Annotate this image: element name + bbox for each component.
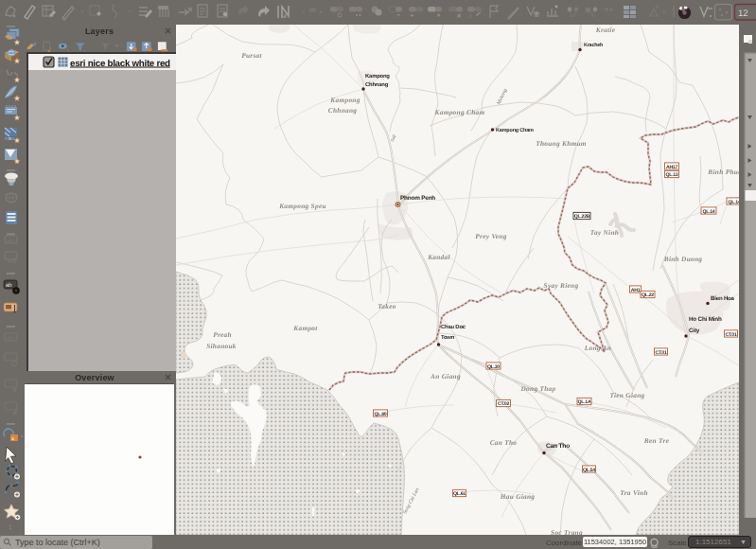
svg-text:a: a bbox=[11, 436, 14, 442]
svg-text:Can Tho: Can Tho bbox=[546, 443, 570, 450]
svg-text:Kracheh: Kracheh bbox=[584, 43, 603, 48]
svg-text:Kampong Cham: Kampong Cham bbox=[496, 128, 534, 133]
svg-text:Chau Doc: Chau Doc bbox=[441, 324, 466, 330]
svg-text:abc: abc bbox=[7, 239, 15, 244]
svg-text:Bien Hoa: Bien Hoa bbox=[711, 295, 735, 302]
svg-text:Preah: Preah bbox=[213, 330, 232, 339]
svg-text:Soc Trang: Soc Trang bbox=[551, 528, 583, 535]
svg-text:QL.14: QL.14 bbox=[703, 209, 715, 215]
svg-text:Chhnang: Chhnang bbox=[365, 81, 389, 88]
svg-text:Kampong: Kampong bbox=[365, 73, 390, 80]
svg-text:QL.61: QL.61 bbox=[453, 491, 466, 497]
svg-text:esri nice black white red: esri nice black white red bbox=[70, 59, 170, 69]
svg-text:Binh Duong: Binh Duong bbox=[663, 255, 703, 263]
svg-text:Long An: Long An bbox=[584, 344, 611, 352]
svg-text:Kandal: Kandal bbox=[427, 253, 450, 261]
svg-text:Svay Rieng: Svay Rieng bbox=[544, 281, 579, 290]
svg-text:QL.13: QL.13 bbox=[666, 172, 678, 178]
svg-text:Kampong: Kampong bbox=[329, 96, 360, 104]
svg-text:CT.02: CT.02 bbox=[498, 401, 509, 407]
svg-text:Prey Veng: Prey Veng bbox=[475, 232, 506, 240]
svg-text:Kampong Cham: Kampong Cham bbox=[434, 108, 485, 116]
svg-text:Phnom Penh: Phnom Penh bbox=[400, 195, 435, 202]
svg-text:QL.22: QL.22 bbox=[642, 292, 654, 298]
svg-text:Binh Phuoc: Binh Phuoc bbox=[707, 168, 739, 176]
svg-text:Tien Giang: Tien Giang bbox=[610, 391, 645, 399]
svg-text:CT.01: CT.01 bbox=[655, 350, 666, 356]
svg-text:Tay Ninh: Tay Ninh bbox=[590, 228, 619, 237]
svg-text:QL.14: QL.14 bbox=[729, 200, 739, 205]
svg-text:Kampong Speu: Kampong Speu bbox=[278, 202, 326, 210]
svg-text:QL.1A: QL.1A bbox=[578, 399, 591, 405]
svg-text:City: City bbox=[689, 328, 700, 334]
svg-text:Kratie: Kratie bbox=[595, 26, 616, 34]
svg-text:Can Tho: Can Tho bbox=[490, 438, 518, 447]
svg-text:QL.80: QL.80 bbox=[375, 412, 387, 417]
svg-text:Town: Town bbox=[441, 334, 455, 341]
svg-text:Dong Thap: Dong Thap bbox=[520, 384, 556, 393]
svg-text:12: 12 bbox=[738, 9, 748, 19]
svg-text:Tra Vinh: Tra Vinh bbox=[620, 488, 648, 497]
svg-text:An Giang: An Giang bbox=[430, 372, 461, 381]
svg-text:Ho Chi Minh: Ho Chi Minh bbox=[689, 316, 722, 323]
svg-text:ab: ab bbox=[6, 282, 12, 289]
svg-text:AH17: AH17 bbox=[666, 165, 677, 170]
svg-text:CT.01: CT.01 bbox=[725, 332, 736, 338]
svg-text:Takeo: Takeo bbox=[378, 302, 396, 310]
svg-text:QL.30: QL.30 bbox=[487, 364, 500, 370]
svg-text:Chhnang: Chhnang bbox=[328, 106, 358, 115]
svg-text:Hau Giang: Hau Giang bbox=[500, 492, 536, 501]
svg-text:QL.22B: QL.22B bbox=[574, 214, 590, 220]
svg-text:Kampot: Kampot bbox=[292, 324, 318, 332]
svg-text:AH1: AH1 bbox=[631, 288, 641, 293]
svg-text:Thoung Khmum: Thoung Khmum bbox=[536, 139, 587, 148]
svg-text:abc: abc bbox=[7, 336, 15, 342]
svg-text:QL.54: QL.54 bbox=[583, 468, 595, 473]
svg-text:Sihanouk: Sihanouk bbox=[206, 342, 237, 350]
svg-text:Pursat: Pursat bbox=[241, 51, 262, 60]
svg-text:Ben Tre: Ben Tre bbox=[643, 436, 670, 445]
